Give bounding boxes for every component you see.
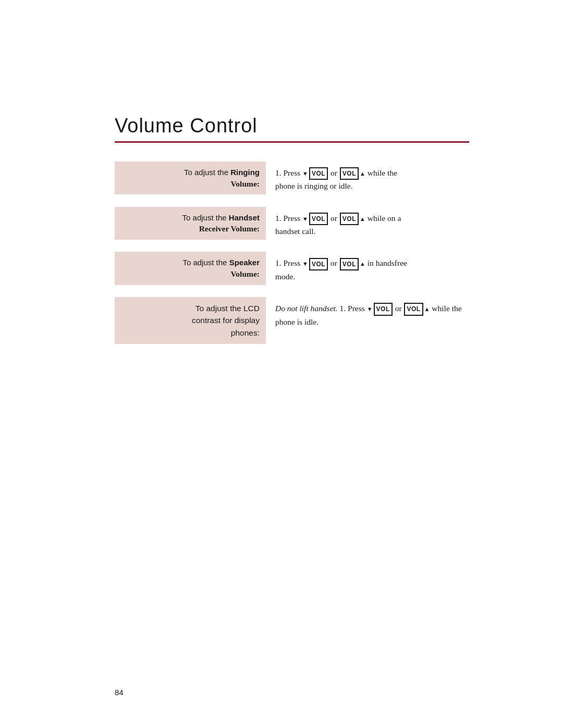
vol-down-button: VOL	[309, 167, 328, 180]
handset-label-handset: Handset	[229, 213, 260, 222]
ringing-label-ringing: Ringing	[230, 168, 260, 177]
vol-down-arrow-icon: ▼	[302, 216, 308, 222]
handset-step1-line2: handset call.	[275, 225, 469, 237]
speaker-content: 1. Press ▼VOL or VOL▲ in handsfree mode.	[266, 252, 469, 288]
lcd-label-phones: phones:	[231, 328, 260, 337]
handset-label-receiver: Receiver Volume:	[199, 224, 260, 233]
vol-up-button: VOL	[340, 213, 359, 225]
ringing-content: 1. Press ▼VOL or VOL▲ while the phone is…	[266, 162, 469, 198]
page-title: Volume Control	[115, 115, 469, 137]
lcd-label: To adjust the LCD contrast for display p…	[115, 297, 266, 344]
table-row: To adjust the Handset Receiver Volume: 1…	[115, 207, 469, 243]
vol-up-arrow-icon: ▲	[424, 306, 430, 312]
table-row: To adjust the Ringing Volume: 1. Press ▼…	[115, 162, 469, 198]
ringing-step1-line2: phone is ringing or idle.	[275, 180, 469, 192]
vol-down-button: VOL	[309, 213, 328, 225]
lcd-step1-line2: phone is idle.	[275, 317, 319, 326]
speaker-label-volume: Volume:	[231, 269, 260, 278]
lcd-do-not-lift: Do not lift handset.	[275, 304, 338, 313]
vol-down-arrow-icon: ▼	[302, 261, 308, 267]
speaker-step1: 1. Press ▼VOL or VOL▲ in handsfree	[275, 257, 469, 270]
lcd-step1: 1. Press ▼VOL or VOL▲ while the	[340, 304, 462, 313]
ringing-step1: 1. Press ▼VOL or VOL▲ while the	[275, 167, 469, 180]
vol-up-arrow-icon: ▲	[360, 216, 365, 222]
lcd-label-lcd: LCD	[243, 304, 260, 313]
handset-content: 1. Press ▼VOL or VOL▲ while on a handset…	[266, 207, 469, 243]
vol-down-arrow-icon: ▼	[302, 170, 308, 177]
table-row: To adjust the LCD contrast for display p…	[115, 297, 469, 344]
handset-label: To adjust the Handset Receiver Volume:	[115, 207, 266, 240]
speaker-label: To adjust the Speaker Volume:	[115, 252, 266, 285]
title-underline	[115, 141, 469, 143]
ringing-label: To adjust the Ringing Volume:	[115, 162, 266, 194]
page-number: 84	[115, 688, 124, 697]
vol-down-arrow-icon: ▼	[367, 306, 373, 312]
vol-up-button: VOL	[340, 258, 359, 270]
vol-up-arrow-icon: ▲	[360, 170, 365, 177]
ringing-label-volume: Volume:	[231, 179, 260, 188]
speaker-step1-line2: mode.	[275, 270, 469, 282]
vol-down-button: VOL	[309, 258, 328, 270]
handset-step1: 1. Press ▼VOL or VOL▲ while on a	[275, 212, 469, 225]
lcd-content: Do not lift handset. 1. Press ▼VOL or VO…	[266, 297, 469, 334]
vol-up-arrow-icon: ▲	[360, 261, 365, 267]
table-row: To adjust the Speaker Volume: 1. Press ▼…	[115, 252, 469, 288]
page-container: Volume Control To adjust the Ringing Vol…	[0, 0, 563, 395]
vol-down-button: VOL	[374, 303, 393, 316]
vol-up-button: VOL	[340, 167, 359, 180]
vol-up-button: VOL	[404, 303, 423, 316]
instructions-section: To adjust the Ringing Volume: 1. Press ▼…	[115, 162, 469, 344]
speaker-label-speaker: Speaker	[229, 258, 260, 267]
